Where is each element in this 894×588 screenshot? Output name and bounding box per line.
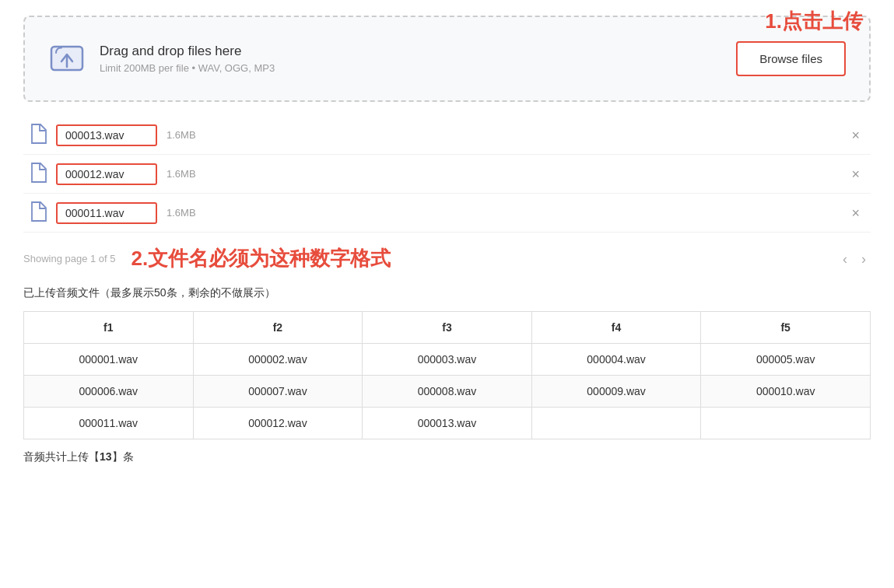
page-nav: ‹ › [838,250,871,268]
table-header-row: f1 f2 f3 f4 f5 [24,312,871,344]
dropzone[interactable]: Drag and drop files here Limit 200MB per… [23,16,871,102]
file-icon [30,124,47,146]
file-name-2: 000011.wav [56,202,157,224]
section-label: 已上传音频文件（最多展示50条，剩余的不做展示） [23,286,871,300]
dropzone-subtitle: Limit 200MB per file • WAV, OGG, MP3 [100,62,275,74]
file-size-1: 1.6MB [167,168,837,180]
cell-r0-c2: 000003.wav [363,344,532,376]
dropzone-text: Drag and drop files here Limit 200MB per… [100,44,275,74]
upload-icon [48,39,86,79]
page-info: Showing page 1 of 5 [23,253,116,264]
file-icon [30,201,47,224]
file-icon [30,163,47,185]
files-table: f1 f2 f3 f4 f5 000001.wav000002.wav00000… [23,311,871,439]
next-page-button[interactable]: › [857,250,871,268]
annotation-2-wrap: Showing page 1 of 5 2.文件名必须为这种数字格式 [23,245,391,272]
dropzone-left: Drag and drop files here Limit 200MB per… [48,39,275,79]
table-row: 000001.wav000002.wav000003.wav000004.wav… [24,344,871,376]
file-list: 000013.wav 1.6MB × 000012.wav 1.6MB × 00… [23,116,871,233]
summary-suffix: 】条 [112,450,134,463]
file-list-section: 000013.wav 1.6MB × 000012.wav 1.6MB × 00… [23,116,871,286]
col-header-f2: f2 [193,312,363,344]
prev-page-button[interactable]: ‹ [838,250,852,268]
summary-count: 13 [100,450,112,463]
col-header-f4: f4 [531,312,701,344]
cell-r1-c4: 000010.wav [701,376,871,408]
pagination-row: Showing page 1 of 5 2.文件名必须为这种数字格式 ‹ › [23,239,871,286]
file-size-0: 1.6MB [167,129,837,141]
cell-r0-c1: 000002.wav [193,344,363,376]
upload-section: Drag and drop files here Limit 200MB per… [23,16,871,102]
file-item: 000012.wav 1.6MB × [23,155,871,194]
cell-r1-c2: 000008.wav [363,376,532,408]
file-item: 000011.wav 1.6MB × [23,194,871,233]
table-row: 000011.wav000012.wav000013.wav [24,408,871,439]
cell-r1-c0: 000006.wav [24,376,194,408]
cell-r2-c4 [701,408,871,439]
file-name-0: 000013.wav [56,124,157,146]
file-size-2: 1.6MB [167,207,837,219]
remove-file-2[interactable]: × [847,205,864,222]
col-header-f3: f3 [363,312,532,344]
summary-text: 音频共计上传【13】条 [23,450,871,464]
remove-file-1[interactable]: × [847,166,864,183]
cell-r0-c0: 000001.wav [24,344,194,376]
cell-r1-c1: 000007.wav [193,376,363,408]
annotation-2: 2.文件名必须为这种数字格式 [131,245,391,272]
file-name-1: 000012.wav [56,163,157,185]
browse-files-button[interactable]: Browse files [736,41,846,76]
cell-r0-c4: 000005.wav [701,344,871,376]
dropzone-title: Drag and drop files here [100,44,275,59]
file-item: 000013.wav 1.6MB × [23,116,871,155]
summary-prefix: 音频共计上传【 [23,450,100,463]
remove-file-0[interactable]: × [847,127,864,144]
cell-r2-c0: 000011.wav [24,408,194,439]
cell-r2-c2: 000013.wav [363,408,532,439]
table-row: 000006.wav000007.wav000008.wav000009.wav… [24,376,871,408]
cell-r1-c3: 000009.wav [531,376,701,408]
col-header-f1: f1 [24,312,194,344]
cell-r2-c1: 000012.wav [193,408,363,439]
col-header-f5: f5 [701,312,871,344]
cell-r2-c3 [531,408,701,439]
cell-r0-c3: 000004.wav [531,344,701,376]
